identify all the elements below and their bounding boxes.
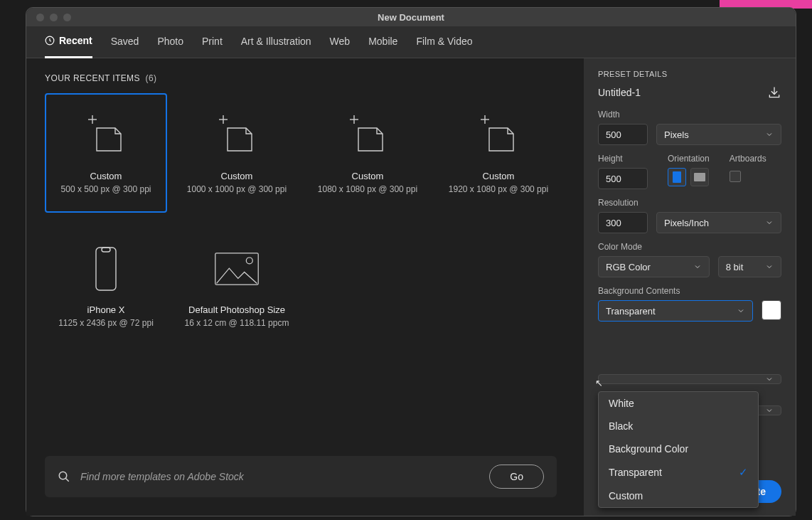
- search-icon: [58, 470, 70, 483]
- preset-title: Custom: [90, 171, 122, 181]
- close-window-icon[interactable]: [36, 14, 44, 21]
- resolution-input[interactable]: [598, 212, 648, 233]
- image-icon: [214, 250, 260, 288]
- preset-details-heading: PRESET DETAILS: [598, 70, 781, 78]
- select-value: Pixels/Inch: [664, 218, 709, 228]
- preset-subtitle: 500 x 500 px @ 300 ppi: [61, 184, 151, 194]
- artboards-checkbox[interactable]: [730, 171, 741, 182]
- preset-title: Custom: [483, 171, 515, 181]
- preset-card[interactable]: Default Photoshop Size 16 x 12 cm @ 118.…: [176, 227, 298, 346]
- preset-card[interactable]: Custom 1080 x 1080 px @ 300 ppi: [306, 93, 429, 213]
- tab-recent[interactable]: Recent: [45, 35, 92, 58]
- tab-label: Print: [202, 36, 223, 47]
- tab-print[interactable]: Print: [202, 35, 223, 58]
- dropdown-item-label: Black: [609, 420, 633, 432]
- orientation-portrait-button[interactable]: [668, 168, 686, 186]
- colormode-select[interactable]: RGB Color: [598, 256, 710, 277]
- preset-thumb: [214, 112, 260, 158]
- tab-web[interactable]: Web: [330, 35, 351, 58]
- page-icon: [350, 115, 385, 155]
- check-icon: ✓: [739, 466, 748, 479]
- recent-heading: YOUR RECENT ITEMS: [45, 73, 140, 83]
- tab-label: Mobile: [368, 36, 397, 47]
- tab-film-video[interactable]: Film & Video: [416, 35, 472, 58]
- chevron-down-icon: [765, 130, 774, 139]
- height-input[interactable]: [598, 168, 648, 189]
- page-icon: [219, 115, 255, 155]
- dropdown-item-label: Custom: [609, 490, 643, 502]
- tab-mobile[interactable]: Mobile: [368, 35, 397, 58]
- hidden-select-1[interactable]: [598, 374, 781, 384]
- search-placeholder[interactable]: Find more templates on Adobe Stock: [80, 471, 479, 482]
- dropdown-item-label: White: [609, 398, 634, 409]
- page-icon: [481, 115, 516, 155]
- preset-title: Custom: [352, 171, 384, 181]
- phone-icon: [93, 246, 119, 292]
- select-value: Transparent: [606, 306, 656, 317]
- select-value: Pixels: [664, 129, 689, 140]
- width-input[interactable]: [598, 124, 648, 145]
- dropdown-item-label: Transparent: [609, 467, 662, 478]
- preset-card[interactable]: Custom 1920 x 1080 px @ 300 ppi: [437, 93, 560, 213]
- svg-rect-11: [215, 253, 258, 284]
- tab-label: Photo: [157, 36, 183, 47]
- preset-card[interactable]: iPhone X 1125 x 2436 px @ 72 ppi: [45, 227, 167, 346]
- chevron-down-icon: [765, 375, 774, 383]
- preset-subtitle: 1000 x 1000 px @ 300 ppi: [187, 184, 287, 194]
- dialog-content: YOUR RECENT ITEMS (6) Custom 500 x 500 p…: [26, 58, 796, 516]
- titlebar: New Document: [26, 8, 796, 26]
- dropdown-item-background-color[interactable]: Background Color: [599, 437, 758, 460]
- colormode-label: Color Mode: [598, 242, 781, 252]
- preset-thumb: [83, 112, 129, 158]
- preset-card[interactable]: Custom 500 x 500 px @ 300 ppi: [45, 93, 167, 213]
- minimize-window-icon[interactable]: [50, 14, 58, 21]
- save-preset-icon[interactable]: [767, 85, 781, 100]
- page-icon: [88, 115, 124, 155]
- category-tabs: Recent Saved Photo Print Art & Illustrat…: [26, 26, 796, 58]
- bitdepth-select[interactable]: 8 bit: [718, 256, 781, 277]
- chevron-down-icon: [693, 262, 702, 271]
- document-name[interactable]: Untitled-1: [598, 87, 641, 98]
- tab-label: Web: [330, 36, 351, 47]
- dropdown-item-black[interactable]: Black: [599, 415, 758, 437]
- stock-search-bar: Find more templates on Adobe Stock Go: [45, 456, 557, 497]
- svg-rect-10: [102, 248, 110, 252]
- svg-point-13: [59, 472, 67, 479]
- dropdown-item-white[interactable]: White: [599, 392, 758, 415]
- preset-details-panel: PRESET DETAILS Untitled-1 Width Pixels H…: [584, 58, 796, 516]
- preset-title: iPhone X: [87, 304, 125, 315]
- window-controls: [26, 14, 71, 21]
- tab-label: Film & Video: [416, 36, 472, 47]
- svg-rect-15: [673, 171, 681, 183]
- preset-title: Default Photoshop Size: [188, 304, 285, 315]
- background-dropdown-menu: White Black Background Color Transparent…: [598, 391, 759, 508]
- background-select[interactable]: Transparent: [598, 300, 753, 322]
- tab-label: Saved: [111, 36, 139, 47]
- resolution-unit-select[interactable]: Pixels/Inch: [656, 212, 781, 233]
- document-name-row: Untitled-1: [598, 85, 781, 100]
- preset-thumb: [214, 246, 260, 292]
- tab-photo[interactable]: Photo: [157, 35, 183, 58]
- width-label: Width: [598, 110, 781, 120]
- go-button[interactable]: Go: [489, 465, 544, 489]
- preset-subtitle: 16 x 12 cm @ 118.11 ppcm: [185, 318, 289, 328]
- tab-saved[interactable]: Saved: [111, 35, 139, 58]
- chevron-down-icon: [765, 406, 774, 415]
- preset-subtitle: 1920 x 1080 px @ 300 ppi: [449, 184, 548, 194]
- zoom-window-icon[interactable]: [63, 14, 71, 21]
- dropdown-item-transparent[interactable]: Transparent✓: [599, 460, 758, 484]
- orientation-landscape-button[interactable]: [690, 168, 709, 186]
- background-swatch[interactable]: [762, 300, 781, 320]
- dropdown-item-custom[interactable]: Custom: [599, 484, 758, 507]
- svg-rect-9: [96, 248, 116, 290]
- svg-line-14: [65, 478, 69, 482]
- width-unit-select[interactable]: Pixels: [656, 124, 781, 145]
- recent-heading-row: YOUR RECENT ITEMS (6): [45, 73, 570, 83]
- clock-icon: [45, 36, 55, 46]
- preset-subtitle: 1080 x 1080 px @ 300 ppi: [318, 184, 417, 194]
- preset-title: Custom: [221, 171, 253, 181]
- tab-art-illustration[interactable]: Art & Illustration: [241, 35, 311, 58]
- preset-card[interactable]: Custom 1000 x 1000 px @ 300 ppi: [176, 93, 298, 213]
- new-document-dialog: New Document Recent Saved Photo Print Ar…: [26, 7, 796, 516]
- chevron-down-icon: [765, 262, 774, 271]
